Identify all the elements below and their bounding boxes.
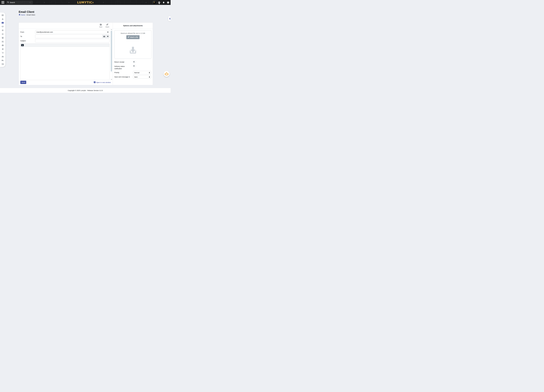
robot-icon bbox=[165, 72, 169, 76]
page-footer: Copyright © 2025 Lumytic - Release Versi… bbox=[0, 88, 171, 93]
user-avatar[interactable]: T bbox=[153, 1, 156, 4]
mail-icon[interactable] bbox=[167, 1, 169, 4]
save-button[interactable]: Save bbox=[99, 23, 102, 28]
external-link-icon bbox=[94, 81, 95, 83]
plus-icon[interactable] bbox=[106, 35, 109, 38]
copyright-text: Copyright © 2025 Lumytic - Release Versi… bbox=[68, 90, 103, 91]
scroll-down-icon[interactable] bbox=[111, 79, 112, 80]
editor-toolbar bbox=[20, 44, 109, 47]
to-input[interactable] bbox=[35, 35, 102, 38]
attach-a-file-label: Attach a file bbox=[130, 36, 138, 38]
top-navbar: « » « » « LUMYTIC T bbox=[0, 0, 171, 5]
save-icon bbox=[100, 23, 102, 26]
delivery-status-label: Delivery status notification bbox=[114, 65, 131, 70]
return-receipt-label: Return receipt bbox=[114, 61, 124, 63]
paperclip-icon bbox=[128, 36, 129, 38]
email-compose-card: Save Attach Options and attachments From… bbox=[19, 23, 153, 85]
badge-check-icon[interactable] bbox=[1, 33, 4, 35]
brand-logo-text: LUMYTIC bbox=[77, 1, 92, 4]
chatbot-button[interactable] bbox=[164, 71, 170, 77]
id-card-icon[interactable] bbox=[1, 63, 4, 65]
attach-button[interactable]: Attach bbox=[106, 23, 109, 28]
archive-box-icon[interactable] bbox=[1, 37, 4, 39]
compose-toolbar: Save Attach bbox=[19, 23, 113, 29]
scrollbar-thumb[interactable] bbox=[111, 31, 112, 72]
subject-label: Subject bbox=[20, 40, 26, 42]
priority-label: Priority bbox=[114, 72, 119, 73]
download-icon bbox=[129, 47, 137, 54]
insert-image-icon[interactable] bbox=[21, 44, 24, 46]
return-receipt-toggle[interactable] bbox=[133, 61, 136, 63]
person-icon[interactable] bbox=[1, 18, 4, 20]
breadcrumb: Home › Email Client bbox=[19, 14, 35, 16]
envelope-icon[interactable] bbox=[1, 22, 4, 24]
menu-toggle-button[interactable] bbox=[1, 1, 4, 4]
globe-icon[interactable] bbox=[158, 1, 160, 4]
scroll-up-icon[interactable] bbox=[111, 29, 112, 30]
shopping-cart-icon[interactable] bbox=[1, 52, 4, 54]
select-arrows-icon bbox=[149, 72, 150, 73]
toggle-knob bbox=[133, 61, 135, 62]
currency-side-tab[interactable]: $ bbox=[168, 16, 171, 21]
priority-value: Normal bbox=[134, 72, 139, 74]
attachment-dropzone[interactable]: Maximum allowed file size is 2.0 MB Atta… bbox=[114, 30, 151, 59]
avatar-letter: T bbox=[154, 1, 155, 4]
search-input[interactable] bbox=[10, 1, 29, 3]
global-search[interactable] bbox=[6, 1, 33, 4]
toolbar-border bbox=[19, 29, 153, 29]
to-label: To bbox=[20, 35, 22, 37]
options-panel-header: Options and attachments bbox=[113, 23, 153, 29]
truck-icon[interactable] bbox=[1, 59, 4, 61]
attach-label: Attach bbox=[106, 26, 109, 28]
search-icon bbox=[7, 1, 9, 4]
warehouse-icon[interactable] bbox=[1, 56, 4, 58]
save-sent-select[interactable]: Sent bbox=[133, 75, 151, 79]
subject-input[interactable] bbox=[35, 39, 109, 42]
subject-field bbox=[35, 39, 110, 42]
save-sent-value: Sent bbox=[134, 76, 137, 78]
from-label: From bbox=[20, 31, 24, 33]
people-icon[interactable] bbox=[1, 41, 4, 42]
editor-body[interactable] bbox=[20, 47, 109, 80]
delivery-status-toggle[interactable] bbox=[133, 65, 136, 67]
save-label: Save bbox=[99, 26, 102, 28]
open-in-new-window-link[interactable]: Open in new window bbox=[94, 81, 111, 83]
max-file-size-text: Maximum allowed file size is 2.0 MB bbox=[115, 32, 151, 34]
open-in-new-window-label: Open in new window bbox=[96, 82, 111, 83]
tag-icon[interactable] bbox=[1, 48, 4, 50]
to-field-group bbox=[35, 35, 110, 38]
options-header-text: Options and attachments bbox=[123, 25, 143, 27]
priority-select[interactable]: Normal bbox=[133, 71, 151, 74]
gear-wrench-icon[interactable] bbox=[1, 29, 4, 31]
home-icon bbox=[19, 14, 20, 16]
box-icon[interactable] bbox=[1, 26, 4, 28]
save-sent-label: Save sent message in bbox=[114, 76, 130, 78]
attach-a-file-button[interactable]: Attach a file bbox=[126, 35, 140, 39]
from-select-value: User@yourdomain.com bbox=[36, 31, 53, 33]
select-arrows-icon bbox=[149, 76, 150, 78]
bell-icon[interactable] bbox=[163, 1, 165, 4]
dollar-label: $ bbox=[169, 18, 171, 20]
toggle-knob bbox=[133, 65, 135, 67]
grid-icon[interactable] bbox=[1, 14, 4, 16]
select-arrows-icon bbox=[107, 31, 108, 33]
breadcrumb-home-link[interactable]: Home bbox=[19, 14, 25, 16]
brand-logo-mark bbox=[93, 2, 94, 3]
send-button[interactable]: Send bbox=[20, 81, 26, 84]
side-navigation bbox=[0, 12, 5, 67]
form-scrollbar bbox=[111, 29, 112, 80]
paperclip-icon bbox=[106, 23, 108, 26]
breadcrumb-home-label: Home bbox=[21, 14, 25, 16]
message-editor bbox=[20, 43, 110, 80]
breadcrumb-separator: › bbox=[26, 14, 26, 16]
breadcrumb-current: Email Client bbox=[27, 14, 35, 16]
from-select[interactable]: User@yourdomain.com bbox=[35, 30, 110, 34]
briefcase-icon[interactable] bbox=[1, 44, 4, 46]
page-title: Email Client bbox=[19, 10, 34, 13]
address-book-icon[interactable] bbox=[102, 35, 106, 38]
